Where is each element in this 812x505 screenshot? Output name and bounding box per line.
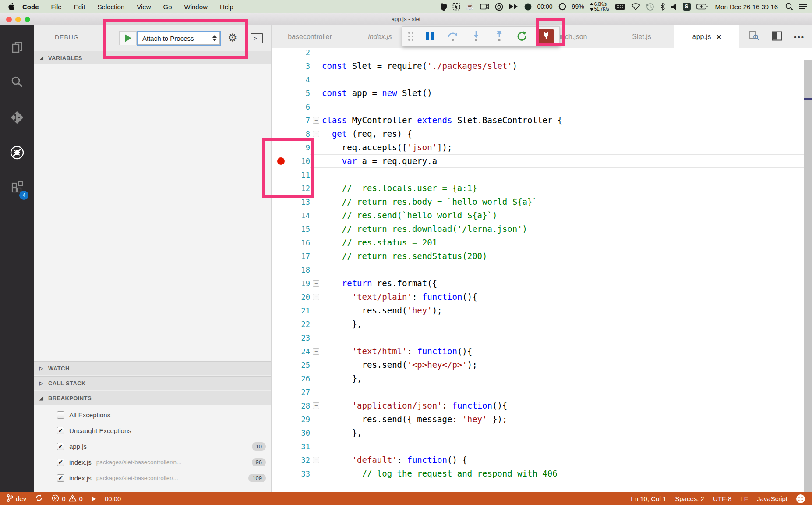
launch-config-dropdown[interactable]: Attach to Process <box>138 32 220 45</box>
status-play-icon[interactable] <box>92 496 96 501</box>
line-number: 22 <box>290 320 310 329</box>
language-mode[interactable]: JavaScript <box>757 495 787 502</box>
activity-search[interactable] <box>0 66 34 101</box>
section-header-variables[interactable]: ◢ VARIABLES <box>34 51 271 64</box>
screenshot-icon[interactable] <box>452 2 460 11</box>
step-out-button[interactable] <box>493 29 506 44</box>
encoding[interactable]: UTF-8 <box>713 495 732 502</box>
menu-item-file[interactable]: File <box>45 3 68 11</box>
fold-icon[interactable]: − <box>313 117 319 124</box>
fold-icon[interactable]: − <box>313 402 319 409</box>
menu-item-view[interactable]: View <box>131 3 157 11</box>
breakpoint-checkbox[interactable]: ✓ <box>57 474 64 482</box>
start-debug-button[interactable] <box>119 31 137 45</box>
breakpoint-row[interactable]: ✓ app.js 10 <box>34 438 271 454</box>
tab-launch-json-partial[interactable]: unch.json <box>552 25 609 48</box>
breakpoint-checkbox[interactable]: ✓ <box>57 427 64 434</box>
fold-icon[interactable]: − <box>313 348 319 355</box>
menu-item-selection[interactable]: Selection <box>92 3 131 11</box>
camera-menu-icon[interactable] <box>480 2 489 11</box>
activity-explorer[interactable] <box>0 31 34 66</box>
wifi-icon[interactable] <box>631 2 640 11</box>
spotlight-search-icon[interactable] <box>785 2 793 11</box>
battery-charging-icon[interactable] <box>696 2 708 11</box>
toolbar-drag-handle[interactable] <box>408 32 413 41</box>
problems-item[interactable]: 0 0 <box>52 494 83 503</box>
chevron-expanded-icon: ◢ <box>39 55 44 61</box>
volume-icon[interactable] <box>671 2 677 11</box>
section-header-breakpoints[interactable]: ◢ BREAKPOINTS <box>34 391 271 405</box>
find-in-file-icon[interactable] <box>748 30 760 43</box>
menu-item-code[interactable]: Code <box>18 3 45 11</box>
step-into-button[interactable] <box>470 29 483 44</box>
fold-icon[interactable]: − <box>313 131 319 137</box>
breakpoint-row[interactable]: ✓ Uncaught Exceptions <box>34 423 271 438</box>
zoom-window-button[interactable] <box>25 17 30 22</box>
variables-label: VARIABLES <box>48 55 82 61</box>
coffee-menu-icon[interactable]: ☕ <box>466 2 474 11</box>
battery-ring-icon[interactable] <box>558 2 566 11</box>
sync-item[interactable] <box>35 494 43 503</box>
more-actions-icon[interactable]: ••• <box>794 33 805 41</box>
menu-clock[interactable]: Mon Dec 26 16 39 16 <box>713 3 780 11</box>
feedback-smiley-icon[interactable] <box>796 494 805 503</box>
fold-icon[interactable]: − <box>313 294 319 300</box>
eol-sequence[interactable]: LF <box>740 495 748 502</box>
record-timer-icon[interactable] <box>524 2 532 11</box>
tab-basecontroller[interactable]: basecontroller <box>272 25 348 48</box>
minimize-window-button[interactable] <box>15 17 21 22</box>
breakpoint-row[interactable]: ✓ index.js packages/slet-basecontroller/… <box>34 454 271 470</box>
cursor-position[interactable]: Ln 10, Col 1 <box>631 495 666 502</box>
apple-menu-icon[interactable] <box>8 2 15 11</box>
activity-source-control[interactable] <box>0 101 34 136</box>
indentation[interactable]: Spaces: 2 <box>675 495 704 502</box>
breakpoint-checkbox[interactable]: ✓ <box>57 443 64 450</box>
open-debug-console-button[interactable]: > <box>251 33 263 43</box>
code-line-21: 21 res.send('hey'); <box>272 304 812 317</box>
bluetooth-icon[interactable] <box>660 2 665 11</box>
step-over-button[interactable] <box>446 29 459 44</box>
keyboard-icon[interactable] <box>615 2 625 11</box>
breakpoint-checkbox[interactable]: ✓ <box>57 459 64 466</box>
breakpoint-row[interactable]: All Exceptions <box>34 407 271 423</box>
code-line-27: 27 <box>272 385 812 399</box>
time-machine-icon[interactable] <box>646 2 654 11</box>
line-number: 3 <box>290 62 310 71</box>
code-line-26: 26 }, <box>272 372 812 385</box>
code-line-16: 16 // res.status = 201 <box>272 236 812 249</box>
section-header-watch[interactable]: ▷ WATCH <box>34 361 271 375</box>
s-app-icon[interactable]: S <box>683 3 691 11</box>
menu-item-help[interactable]: Help <box>214 3 240 11</box>
scrollbar[interactable] <box>804 60 812 492</box>
close-tab-icon[interactable]: × <box>717 32 722 41</box>
menu-item-window[interactable]: Window <box>178 3 214 11</box>
evernote-icon[interactable] <box>440 2 447 11</box>
menu-item-edit[interactable]: Edit <box>68 3 92 11</box>
pause-button[interactable] <box>424 29 437 44</box>
breakpoint-row[interactable]: ✓ index.js packages/slet-basecontroller/… <box>34 470 271 486</box>
configure-gear-button[interactable]: ⚙ <box>228 31 237 44</box>
split-editor-icon[interactable] <box>771 31 783 43</box>
activity-debug[interactable] <box>0 136 34 171</box>
restart-button[interactable] <box>515 29 529 44</box>
debug-toolbar <box>402 26 560 46</box>
close-window-button[interactable] <box>6 17 12 22</box>
line-number: 13 <box>290 198 310 206</box>
activity-extensions[interactable]: 4 <box>0 171 34 206</box>
breakpoint-checkbox[interactable] <box>57 411 64 419</box>
breakpoint-dot[interactable] <box>277 157 285 165</box>
fast-forward-icon[interactable] <box>509 2 519 11</box>
menu-item-go[interactable]: Go <box>157 3 178 11</box>
breakpoint-gutter[interactable] <box>272 157 290 165</box>
network-speed-indicator[interactable]: 6.0K/s 51.7K/s <box>590 2 609 11</box>
tab-slet-js[interactable]: Slet.js <box>609 25 674 48</box>
git-branch-item[interactable]: dev <box>6 494 26 504</box>
code-editor[interactable]: 23const Slet = require('./packages/slet'… <box>272 48 812 492</box>
disconnect-button[interactable] <box>539 29 554 44</box>
tab-app-js-active[interactable]: app.js × <box>674 25 739 48</box>
notification-center-icon[interactable] <box>799 2 808 11</box>
section-header-call-stack[interactable]: ▷ CALL STACK <box>34 376 271 390</box>
round-app-icon[interactable] <box>495 2 503 11</box>
fold-icon[interactable]: − <box>313 457 319 463</box>
fold-icon[interactable]: − <box>313 280 319 287</box>
